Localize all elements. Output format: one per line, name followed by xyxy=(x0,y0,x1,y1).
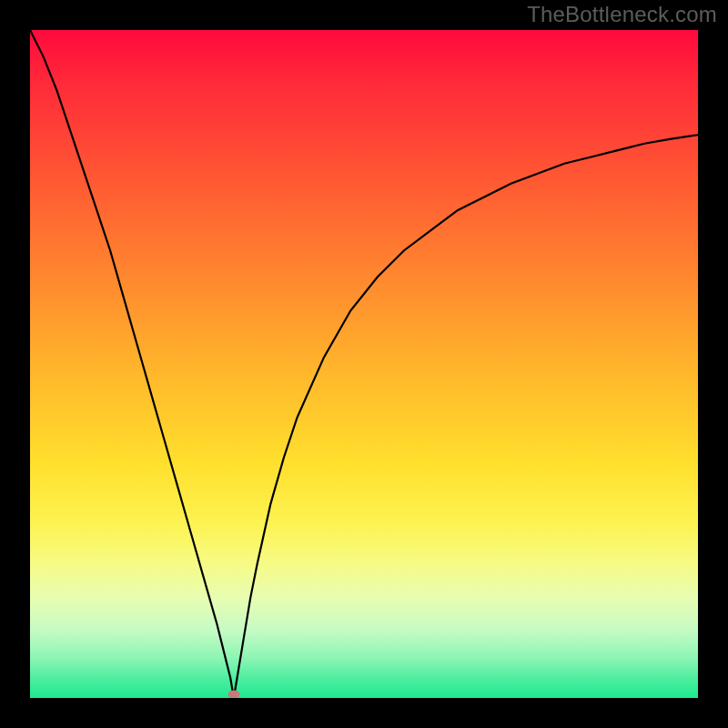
bottleneck-curve xyxy=(30,30,698,698)
watermark-text: TheBottleneck.com xyxy=(527,2,717,27)
chart-frame: TheBottleneck.com xyxy=(0,0,728,728)
curve-svg xyxy=(30,30,698,698)
optimum-marker xyxy=(228,691,239,698)
plot-area xyxy=(30,30,698,698)
